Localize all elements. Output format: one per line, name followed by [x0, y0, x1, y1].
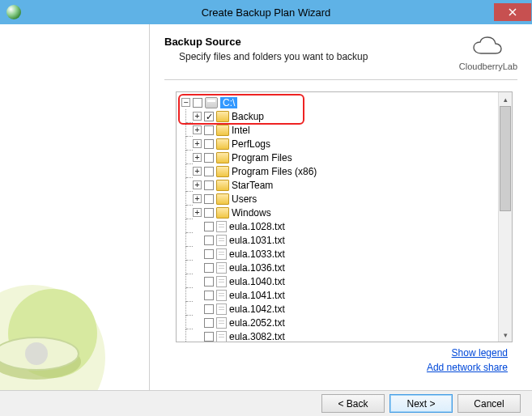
tree-node[interactable]: eula.1040.txt [178, 274, 496, 288]
expand-icon[interactable]: + [193, 208, 202, 217]
tree-label[interactable]: eula.2052.txt [229, 317, 285, 329]
tree-checkbox[interactable] [204, 194, 214, 204]
back-button[interactable]: < Back [321, 394, 385, 413]
tree-checkbox[interactable] [204, 236, 214, 245]
tree-node[interactable]: + PerfLogs [178, 137, 496, 151]
expand-icon[interactable]: + [193, 194, 202, 203]
tree-node[interactable]: + Windows [178, 206, 496, 219]
expand-icon[interactable]: + [193, 180, 202, 189]
file-icon [216, 221, 227, 232]
next-button[interactable]: Next > [389, 394, 453, 413]
tree-node[interactable]: eula.1031.txt [178, 233, 496, 247]
tree-node[interactable]: + Program Files (x86) [178, 164, 496, 178]
tree-checkbox[interactable] [204, 332, 214, 342]
file-icon [216, 331, 227, 342]
expand-icon[interactable]: + [193, 125, 202, 134]
tree-node[interactable]: eula.1041.txt [178, 288, 496, 302]
close-icon [509, 8, 517, 16]
tree-node[interactable]: + Backup [178, 109, 496, 123]
tree-label[interactable]: eula.1028.txt [229, 221, 285, 232]
tree-checkbox[interactable] [204, 167, 214, 176]
tree-label[interactable]: C:\ [220, 97, 237, 108]
tree-checkbox[interactable] [204, 112, 214, 121]
expand-icon[interactable]: + [193, 139, 202, 148]
folder-icon [216, 166, 229, 177]
tree-checkbox[interactable] [204, 291, 214, 300]
tree-checkbox[interactable] [204, 153, 214, 163]
expand-icon[interactable]: + [193, 112, 202, 121]
tree-label[interactable]: Program Files [232, 152, 292, 163]
tree-node[interactable]: eula.1033.txt [178, 247, 496, 261]
tree-checkbox[interactable] [204, 208, 214, 218]
drive-icon [205, 97, 218, 108]
titlebar[interactable]: Create Backup Plan Wizard [0, 0, 532, 24]
file-icon [216, 317, 227, 329]
tree-checkbox[interactable] [204, 249, 214, 259]
page-subheading: Specify files and folders you want to ba… [179, 51, 459, 62]
tree-checkbox[interactable] [204, 222, 214, 231]
tree-node[interactable]: + Program Files [178, 151, 496, 164]
tree-node[interactable]: eula.1028.txt [178, 219, 496, 233]
folder-icon [216, 125, 229, 136]
folder-icon [216, 138, 229, 150]
wizard-footer: < Back Next > Cancel [0, 390, 532, 416]
show-legend-link[interactable]: Show legend [452, 347, 508, 359]
scroll-up-icon[interactable]: ▴ [499, 92, 512, 106]
folder-icon [216, 193, 229, 205]
tree-label[interactable]: Users [232, 193, 257, 205]
cancel-button[interactable]: Cancel [458, 394, 521, 413]
tree-checkbox[interactable] [204, 277, 214, 287]
collapse-icon[interactable]: − [181, 98, 190, 107]
expand-icon[interactable]: + [193, 153, 202, 162]
tree-node[interactable]: eula.2052.txt [178, 316, 496, 329]
file-icon [216, 276, 227, 287]
tree-checkbox[interactable] [204, 139, 214, 149]
tree-label[interactable]: eula.1036.txt [229, 262, 285, 274]
sidebar-artwork [0, 220, 150, 390]
cloud-icon [470, 36, 507, 60]
folder-icon [216, 152, 229, 163]
tree-checkbox[interactable] [193, 98, 202, 108]
scrollbar-thumb[interactable] [500, 106, 511, 211]
tree-checkbox[interactable] [204, 263, 214, 273]
file-icon [216, 304, 227, 315]
tree-checkbox[interactable] [204, 180, 214, 190]
tree-node[interactable]: eula.1042.txt [178, 302, 496, 316]
brand-name: CloudberryLab [459, 62, 517, 71]
vertical-scrollbar[interactable]: ▴ ▾ [498, 92, 512, 342]
tree-label[interactable]: Windows [232, 207, 271, 219]
tree-label[interactable]: Backup [232, 111, 264, 122]
tree-checkbox[interactable] [204, 125, 214, 135]
tree-node[interactable]: + Intel [178, 123, 496, 137]
tree-label[interactable]: Program Files (x86) [232, 166, 317, 177]
tree-label[interactable]: PerfLogs [232, 138, 270, 150]
tree-label[interactable]: eula.3082.txt [229, 331, 285, 342]
close-button[interactable] [494, 3, 531, 21]
tree-checkbox[interactable] [204, 304, 214, 314]
tree-label[interactable]: StarTeam [232, 180, 273, 191]
tree-label[interactable]: eula.1031.txt [229, 235, 285, 246]
file-tree: − C:\ + Backup + Intel + PerfLogs + Prog… [176, 91, 513, 342]
tree-root[interactable]: − C:\ [178, 96, 496, 109]
tree-label[interactable]: eula.1042.txt [229, 304, 285, 315]
tree-label[interactable]: eula.1041.txt [229, 290, 285, 301]
tree-checkbox[interactable] [204, 318, 214, 328]
wizard-sidebar [0, 24, 150, 390]
tree-node[interactable]: eula.1036.txt [178, 261, 496, 274]
tree-node[interactable]: + Users [178, 192, 496, 206]
folder-icon [216, 207, 229, 219]
tree-node[interactable]: eula.3082.txt [178, 329, 496, 342]
tree-label[interactable]: Intel [232, 125, 250, 136]
folder-icon [216, 180, 229, 191]
file-icon [216, 262, 227, 274]
svg-point-6 [25, 342, 48, 365]
folder-icon [216, 111, 229, 122]
tree-label[interactable]: eula.1033.txt [229, 248, 285, 260]
tree-node[interactable]: + StarTeam [178, 178, 496, 192]
tree-label[interactable]: eula.1040.txt [229, 276, 285, 287]
add-network-share-link[interactable]: Add network share [427, 362, 508, 373]
wizard-main: Backup Source Specify files and folders … [150, 24, 532, 390]
expand-icon[interactable]: + [193, 167, 202, 176]
scroll-down-icon[interactable]: ▾ [499, 328, 512, 342]
brand-logo: CloudberryLab [459, 36, 517, 71]
